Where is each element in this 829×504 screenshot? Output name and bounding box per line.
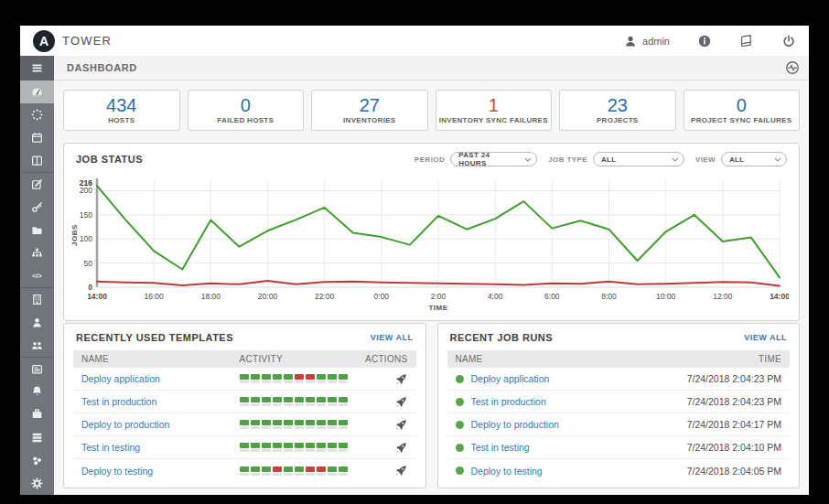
breadcrumb[interactable]: DASHBOARD: [67, 62, 137, 73]
job-run-name-link[interactable]: Deploy application: [471, 373, 550, 384]
activity-block[interactable]: [284, 443, 293, 452]
job-run-name-link[interactable]: Deploy to production: [471, 419, 559, 430]
launch-rocket-icon[interactable]: [394, 441, 408, 455]
status-success-dot[interactable]: [456, 444, 464, 452]
stat-card-inventories[interactable]: 27INVENTORIES: [311, 90, 428, 131]
sidebar-item-templates[interactable]: [20, 172, 54, 195]
activity-block[interactable]: [295, 466, 304, 476]
activity-block[interactable]: [328, 466, 337, 476]
job-runs-view-all-link[interactable]: VIEW ALL: [744, 333, 787, 342]
status-success-dot[interactable]: [456, 398, 464, 406]
launch-rocket-icon[interactable]: [394, 464, 408, 477]
activity-block[interactable]: [262, 466, 271, 476]
activity-block[interactable]: [328, 374, 337, 383]
sidebar-item-applications[interactable]: [20, 449, 54, 472]
sidebar-item-inventory-scripts[interactable]: </>: [20, 264, 54, 287]
activity-block[interactable]: [284, 466, 293, 476]
ansible-logo-icon[interactable]: A: [33, 30, 55, 52]
stat-card-projects[interactable]: 23PROJECTS: [559, 90, 676, 131]
activity-block[interactable]: [273, 443, 282, 452]
user-menu[interactable]: admin: [623, 34, 670, 48]
sidebar-item-notifications[interactable]: [20, 380, 54, 402]
template-name-link[interactable]: Deploy to production: [81, 419, 240, 430]
activity-block[interactable]: [262, 374, 271, 383]
activity-block[interactable]: [317, 443, 326, 452]
stat-card-project-sync-failures[interactable]: 0PROJECT SYNC FAILURES: [684, 90, 801, 131]
sidebar-item-projects[interactable]: [20, 219, 54, 241]
launch-rocket-icon[interactable]: [394, 372, 408, 386]
activity-block[interactable]: [251, 466, 260, 476]
activity-block[interactable]: [295, 443, 304, 452]
activity-block[interactable]: [339, 466, 348, 476]
activity-stream-icon[interactable]: [785, 60, 800, 75]
activity-block[interactable]: [240, 466, 249, 476]
activity-block[interactable]: [240, 420, 249, 429]
stat-card-hosts[interactable]: 434HOSTS: [63, 90, 180, 131]
activity-block[interactable]: [306, 397, 315, 406]
activity-block[interactable]: [273, 466, 282, 476]
activity-block[interactable]: [273, 397, 282, 406]
sidebar-item-management-jobs[interactable]: [20, 402, 54, 425]
sidebar-item-credentials[interactable]: [20, 196, 54, 219]
activity-block[interactable]: [273, 374, 282, 383]
activity-block[interactable]: [295, 374, 304, 383]
sidebar-item-teams[interactable]: [20, 334, 54, 357]
activity-block[interactable]: [251, 374, 260, 383]
activity-block[interactable]: [273, 420, 282, 429]
activity-block[interactable]: [240, 443, 249, 452]
activity-block[interactable]: [306, 420, 315, 429]
activity-block[interactable]: [317, 420, 326, 429]
status-success-dot[interactable]: [456, 466, 464, 475]
sidebar-item-schedules[interactable]: [20, 126, 54, 149]
activity-block[interactable]: [262, 443, 271, 452]
status-success-dot[interactable]: [456, 375, 464, 383]
activity-block[interactable]: [328, 443, 337, 452]
activity-block[interactable]: [306, 374, 315, 383]
activity-block[interactable]: [240, 397, 249, 406]
activity-block[interactable]: [317, 466, 326, 476]
logout-power-icon[interactable]: [781, 34, 796, 48]
launch-rocket-icon[interactable]: [394, 395, 408, 409]
activity-block[interactable]: [284, 397, 293, 406]
sidebar-item-settings[interactable]: [20, 472, 54, 495]
activity-block[interactable]: [295, 420, 304, 429]
activity-block[interactable]: [251, 397, 260, 406]
activity-block[interactable]: [262, 420, 271, 429]
about-info-icon[interactable]: [697, 34, 712, 48]
templates-view-all-link[interactable]: VIEW ALL: [371, 333, 414, 342]
activity-block[interactable]: [306, 466, 315, 476]
activity-block[interactable]: [339, 397, 348, 406]
sidebar-item-instance-groups[interactable]: [20, 426, 54, 449]
activity-block[interactable]: [251, 420, 260, 429]
activity-block[interactable]: [284, 374, 293, 383]
job-run-name-link[interactable]: Test in production: [471, 396, 546, 407]
status-success-dot[interactable]: [456, 421, 464, 429]
template-name-link[interactable]: Test in production: [81, 396, 240, 407]
period-select[interactable]: PAST 24 HOURS: [450, 152, 537, 166]
activity-block[interactable]: [328, 420, 337, 429]
job-run-name-link[interactable]: Test in testing: [471, 442, 530, 453]
activity-block[interactable]: [339, 374, 348, 383]
activity-block[interactable]: [317, 397, 326, 406]
view-select[interactable]: ALL: [721, 152, 787, 166]
sidebar-item-portal-mode[interactable]: [20, 149, 54, 172]
activity-block[interactable]: [295, 397, 304, 406]
job-status-chart[interactable]: 05010015020021614:0016:0018:0020:0022:00…: [70, 174, 789, 313]
sidebar-item-users[interactable]: [20, 311, 54, 334]
sidebar-item-inventories[interactable]: [20, 241, 54, 264]
activity-block[interactable]: [240, 374, 249, 383]
activity-block[interactable]: [262, 397, 271, 406]
job-run-name-link[interactable]: Deploy to testing: [471, 466, 543, 477]
activity-block[interactable]: [339, 443, 348, 452]
activity-block[interactable]: [284, 420, 293, 429]
sidebar-item-jobs[interactable]: [20, 103, 54, 126]
template-name-link[interactable]: Deploy to testing: [81, 466, 240, 477]
launch-rocket-icon[interactable]: [394, 418, 408, 432]
stat-card-inventory-sync-failures[interactable]: 1INVENTORY SYNC FAILURES: [436, 90, 553, 131]
activity-block[interactable]: [306, 443, 315, 452]
activity-block[interactable]: [328, 397, 337, 406]
activity-block[interactable]: [251, 443, 260, 452]
sidebar-item-dashboard[interactable]: [20, 80, 54, 103]
activity-block[interactable]: [339, 420, 348, 429]
stat-card-failed-hosts[interactable]: 0FAILED HOSTS: [188, 90, 305, 131]
